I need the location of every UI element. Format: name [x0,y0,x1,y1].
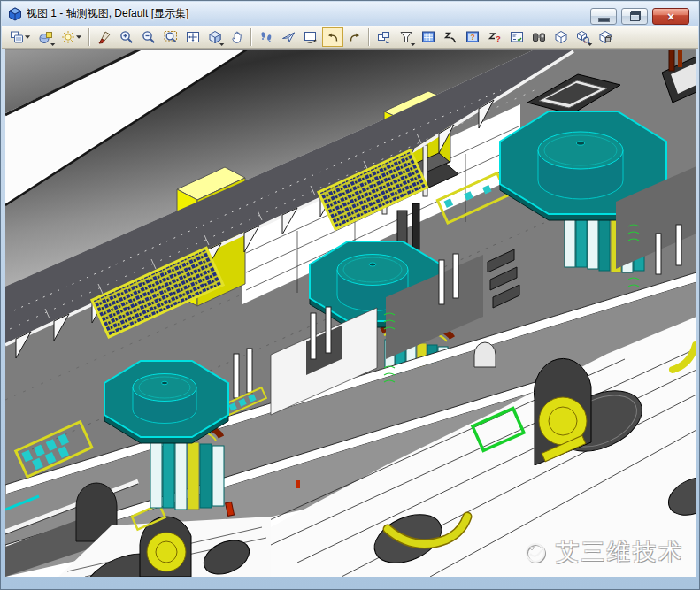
app-window: 视图 1 - 轴测视图, Default [显示集] × ?? [0,0,700,590]
paint-model-button[interactable] [94,27,115,47]
render-style-button[interactable] [35,27,57,47]
watermark: 艾三维技术 [523,537,684,568]
viewport-3d[interactable]: 艾三维技术 [5,49,696,577]
zoom-out-button[interactable] [138,27,159,47]
section-box-button[interactable] [595,27,616,47]
appearance-profiler-button[interactable] [528,27,550,47]
toolbar-separator [88,28,90,46]
pipe-riser [669,50,674,71]
svg-text:?: ? [470,32,474,41]
zoom-window-button[interactable] [160,27,181,47]
display-config-button[interactable] [6,27,35,47]
view-previous-button[interactable] [322,27,343,47]
grid-display-button[interactable] [418,27,439,47]
look-around-button[interactable] [300,27,321,47]
zoom-in-button[interactable] [116,27,137,47]
lighting-button[interactable] [58,27,86,47]
titlebar[interactable]: 视图 1 - 轴测视图, Default [显示集] × [2,2,698,26]
app-cube-icon [8,7,22,21]
measure-notes-button[interactable] [506,27,527,47]
toolbar-separator [250,28,252,46]
walk-button[interactable] [256,27,277,47]
show-model-button[interactable] [550,27,572,47]
watermark-text: 艾三维技术 [556,537,684,568]
window-controls: × [590,8,689,25]
fit-view-button[interactable] [182,27,204,47]
examine-model-button[interactable] [573,27,594,47]
watermark-logo-icon [523,540,550,566]
restore-button[interactable] [621,8,648,25]
minimize-button[interactable] [590,8,617,25]
tile-windows-button[interactable] [373,27,395,47]
clip-volume-button[interactable] [396,27,417,47]
toolbar-separator [368,28,370,46]
z-query-button[interactable]: ? [484,27,505,47]
close-button[interactable]: × [652,8,689,25]
window-title: 视图 1 - 轴测视图, Default [显示集] [27,6,188,21]
toolbar: ?? [2,26,698,49]
z-sort-button[interactable] [440,27,461,47]
fly-button[interactable] [278,27,299,47]
orbit-button[interactable] [204,27,226,47]
view-next-button[interactable] [344,27,365,47]
window-query-button[interactable]: ? [462,27,483,47]
scene-3d-model [5,50,696,577]
pan-button[interactable] [227,27,248,47]
svg-text:?: ? [496,34,501,43]
